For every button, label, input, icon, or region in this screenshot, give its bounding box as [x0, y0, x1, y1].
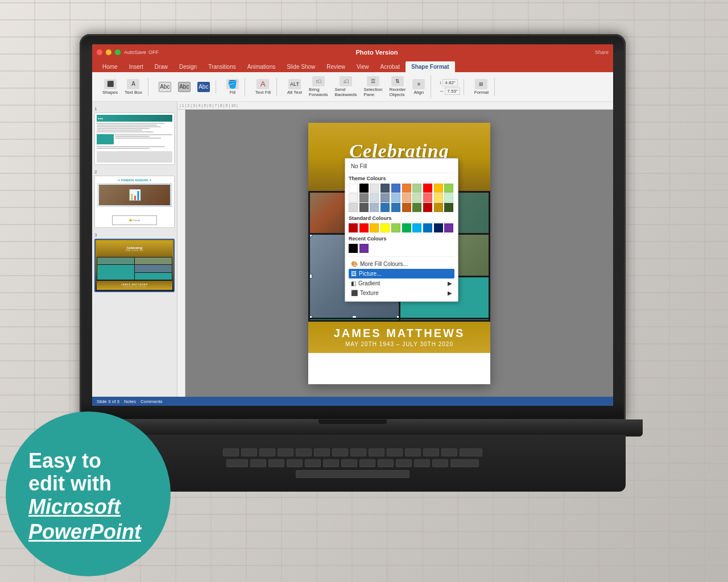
slide-3-content: Celebrating THE LIFE OF: [96, 240, 173, 291]
color-swatch-r3-10[interactable]: [444, 203, 453, 212]
slide-3-thumbnail[interactable]: Celebrating THE LIFE OF: [94, 239, 175, 292]
shapes-button[interactable]: ⬛ Shapes: [100, 78, 120, 96]
key: [405, 448, 421, 456]
autosave-state: OFF: [148, 49, 159, 55]
color-swatch-r3-9[interactable]: [434, 203, 443, 212]
text-fill-button[interactable]: A Text Fill: [253, 78, 273, 96]
handle-br[interactable]: [396, 315, 399, 318]
color-swatch-r2-1[interactable]: [349, 193, 358, 202]
more-fill-colours-option[interactable]: 🎨 More Fill Colours...: [349, 259, 454, 269]
slide-thumb-2[interactable]: 2 ✦ FUNERAL DESIGNS ✦ 📊: [94, 169, 175, 228]
color-swatch-r2-2[interactable]: [359, 193, 369, 202]
std-swatch-8[interactable]: [423, 223, 432, 232]
share-button[interactable]: Share: [595, 49, 609, 55]
color-swatch-r2-7[interactable]: [412, 193, 421, 202]
slide-thumb-1[interactable]: 1 ●●●: [94, 106, 175, 165]
recent-swatch-1[interactable]: [349, 244, 358, 253]
send-backward-button[interactable]: ↓□ SendBackwards: [332, 75, 359, 98]
color-swatch-r2-5[interactable]: [391, 193, 400, 202]
color-swatch-r3-8[interactable]: [423, 203, 432, 212]
close-button[interactable]: [97, 49, 102, 55]
style-btn-3[interactable]: Abc: [195, 81, 212, 93]
std-swatch-1[interactable]: [349, 223, 358, 232]
color-swatch-r2-9[interactable]: [434, 193, 443, 202]
color-swatch-r2-8[interactable]: [423, 193, 432, 202]
color-swatch-r2-10[interactable]: [444, 193, 453, 202]
std-swatch-3[interactable]: [370, 223, 379, 232]
handle-bl[interactable]: [310, 315, 312, 318]
handle-bm[interactable]: [352, 315, 357, 318]
color-swatch-lgreen[interactable]: [412, 184, 421, 193]
std-swatch-6[interactable]: [402, 223, 411, 232]
alt-text-button[interactable]: ALT Alt Text: [285, 78, 304, 96]
text-box-button[interactable]: A Text Box: [122, 78, 144, 96]
std-swatch-2[interactable]: [359, 223, 369, 232]
tab-transitions[interactable]: Transitions: [202, 61, 242, 72]
std-swatch-10[interactable]: [444, 223, 453, 232]
tab-insert[interactable]: Insert: [123, 61, 149, 72]
tab-shape-format[interactable]: Shape Format: [406, 61, 455, 72]
color-swatch-r3-5[interactable]: [391, 203, 400, 212]
std-swatch-4[interactable]: [380, 223, 390, 232]
key: [332, 448, 348, 456]
handle-tl[interactable]: [310, 235, 312, 237]
autosave-label: AutoSave: [124, 49, 146, 55]
style-btn-2[interactable]: Abc: [176, 81, 193, 93]
align-button[interactable]: ≡ Align: [410, 78, 427, 96]
main-area: 1 ●●●: [92, 102, 613, 397]
color-swatch-lgray[interactable]: [370, 184, 379, 193]
std-swatch-9[interactable]: [434, 223, 443, 232]
name-text: JAMES MATTHEWS: [334, 327, 465, 340]
handle-ml[interactable]: [310, 274, 312, 278]
tab-review[interactable]: Review: [321, 61, 351, 72]
color-swatch-r2-6[interactable]: [402, 193, 411, 202]
tab-animations[interactable]: Animations: [242, 61, 281, 72]
recent-swatch-2[interactable]: [359, 244, 369, 253]
texture-option[interactable]: ⬛ Texture ▶: [349, 288, 454, 298]
color-swatch-r3-1[interactable]: [349, 203, 358, 212]
canvas-area[interactable]: No Fill Theme Colours: [185, 110, 613, 397]
app-title: Photo Version: [162, 49, 592, 56]
color-swatch-r3-7[interactable]: [412, 203, 421, 212]
color-swatch-r3-6[interactable]: [402, 203, 411, 212]
color-swatch-r3-3[interactable]: [370, 203, 379, 212]
reorder-button[interactable]: ⇅ ReorderObjects: [387, 75, 408, 98]
color-swatch-yellow[interactable]: [434, 184, 443, 193]
more-colours-icon: 🎨: [351, 261, 358, 267]
color-swatch-blue[interactable]: [391, 184, 400, 193]
color-swatch-navy[interactable]: [380, 184, 390, 193]
shape-fill-button[interactable]: 🪣 Fill: [224, 78, 241, 96]
selection-pane-button[interactable]: ☰ SelectionPane: [362, 75, 385, 98]
color-swatch-green[interactable]: [444, 184, 453, 193]
slide-thumb-3[interactable]: 3 Celebrating THE LIFE OF: [94, 232, 175, 292]
color-swatch-red[interactable]: [423, 184, 432, 193]
color-swatch-r3-2[interactable]: [359, 203, 369, 212]
color-swatch-r2-4[interactable]: [380, 193, 390, 202]
standard-colours-label: Standard Colours: [349, 215, 454, 221]
key: [441, 448, 457, 456]
minimize-button[interactable]: [106, 49, 111, 55]
tab-slideshow[interactable]: Slide Show: [281, 61, 321, 72]
spacebar: [296, 470, 410, 478]
color-swatch-black[interactable]: [359, 184, 369, 193]
color-swatch-white[interactable]: [349, 184, 358, 193]
slide-2-thumbnail[interactable]: ✦ FUNERAL DESIGNS ✦ 📊: [94, 176, 175, 228]
std-swatch-7[interactable]: [412, 223, 421, 232]
picture-option[interactable]: 🖼 Picture...: [349, 269, 454, 278]
slide-1-thumbnail[interactable]: ●●●: [94, 113, 175, 165]
tab-draw[interactable]: Draw: [149, 61, 173, 72]
color-swatch-r3-4[interactable]: [380, 203, 390, 212]
gradient-option[interactable]: ◧ Gradient ▶: [349, 278, 454, 288]
style-btn-1[interactable]: Abc: [156, 81, 173, 93]
no-fill-option[interactable]: No Fill: [349, 162, 454, 171]
tab-home[interactable]: Home: [97, 61, 123, 72]
tab-design[interactable]: Design: [173, 61, 202, 72]
tab-acrobat[interactable]: Acrobat: [375, 61, 406, 72]
maximize-button[interactable]: [115, 49, 121, 55]
format-pane-button[interactable]: ⊞ Format: [472, 78, 491, 96]
color-swatch-r2-3[interactable]: [370, 193, 379, 202]
std-swatch-5[interactable]: [391, 223, 400, 232]
tab-view[interactable]: View: [351, 61, 375, 72]
color-swatch-orange[interactable]: [402, 184, 411, 193]
bring-forward-button[interactable]: ↑□ BringForwards: [307, 75, 330, 98]
